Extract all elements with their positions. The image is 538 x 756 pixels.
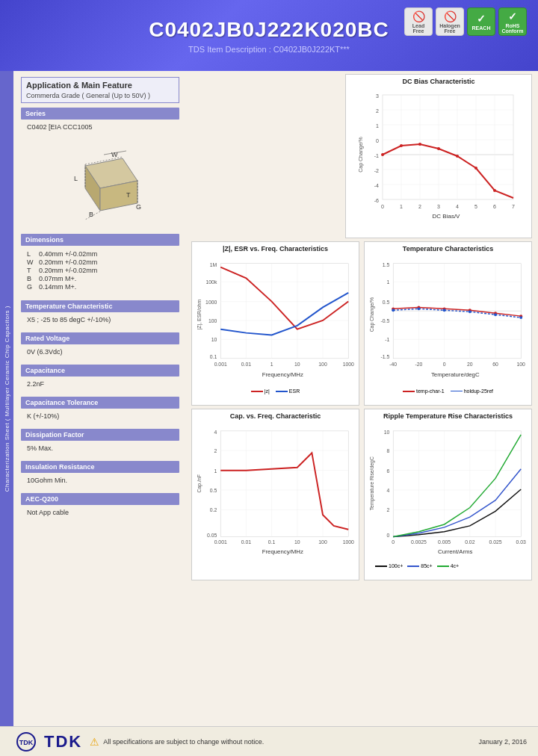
svg-text:2: 2 — [418, 204, 421, 209]
dc-bias-chart: DC Bias Characteristic — [345, 74, 532, 238]
svg-text:Temperature Rise/degC: Temperature Rise/degC — [369, 456, 375, 510]
dim-value-L: 0.40mm +/-0.02mm — [39, 250, 97, 258]
svg-text:1: 1 — [270, 362, 273, 367]
svg-text:-6: -6 — [374, 198, 379, 203]
svg-text:Frequency/MHz: Frequency/MHz — [262, 548, 303, 555]
svg-text:|Z|, ESR/ohm: |Z|, ESR/ohm — [197, 299, 202, 329]
reach-label: REACH — [472, 25, 491, 31]
svg-point-93 — [469, 310, 471, 313]
svg-text:0.001: 0.001 — [214, 362, 227, 367]
page-header: C0402JB0J222K020BC TDS Item Description … — [0, 0, 538, 71]
app-main-desc: Commerda Grade ( General (Up to 50V) ) — [26, 92, 174, 99]
dimensions-section: Dimensions L 0.40mm +/-0.02mm W 0.20mm +… — [21, 234, 179, 296]
svg-text:0.5: 0.5 — [210, 488, 217, 493]
legend-z-line — [251, 391, 263, 392]
page-footer: TDK TDK ⚠ All specifications are subject… — [0, 726, 538, 756]
svg-text:5: 5 — [474, 204, 477, 209]
dim-row-B: B 0.07mm M+. — [27, 275, 176, 282]
svg-text:0.001: 0.001 — [214, 539, 227, 545]
product-title: C0402JB0J222K020BC — [149, 18, 389, 42]
aec-section: AEC-Q200 Not App cable — [21, 493, 179, 521]
svg-text:0.01: 0.01 — [241, 539, 251, 545]
dim-value-B: 0.07mm M+. — [39, 275, 76, 282]
rohs-label: RoHSConform — [501, 23, 523, 34]
dimensions-content: L 0.40mm +/-0.02mm W 0.20mm +/-0.02mm T … — [21, 248, 179, 296]
svg-text:0.5: 0.5 — [383, 300, 390, 305]
svg-text:-20: -20 — [415, 362, 422, 367]
svg-text:-4: -4 — [374, 183, 379, 188]
tdk-logo-area: TDK TDK — [11, 731, 82, 753]
svg-text:1: 1 — [400, 204, 403, 209]
lead-free-label: LeadFree — [412, 23, 424, 34]
legend-temp2-label: holdup-25ref — [464, 388, 493, 394]
cap-freq-title: Cap. vs. Freq. Characteristic — [195, 412, 356, 420]
svg-text:4: 4 — [214, 430, 217, 435]
capacitance-header: Capacitance — [21, 365, 179, 377]
legend-esr: ESR — [276, 388, 300, 394]
svg-text:10: 10 — [294, 362, 300, 367]
svg-text:8: 8 — [387, 448, 390, 453]
legend-temp1: temp-char-1 — [403, 388, 445, 394]
halogen-free-label: HalogenFree — [439, 23, 460, 34]
svg-text:1000: 1000 — [205, 300, 217, 305]
svg-text:Cap./nF: Cap./nF — [197, 474, 202, 492]
legend-esr-line — [276, 391, 288, 392]
svg-text:100: 100 — [318, 539, 327, 545]
svg-text:100: 100 — [208, 318, 217, 323]
product-image-area: W L T B G — [21, 140, 179, 229]
svg-text:0.005: 0.005 — [438, 539, 451, 545]
svg-text:4: 4 — [456, 204, 459, 209]
svg-text:0: 0 — [392, 539, 395, 545]
svg-text:10: 10 — [294, 539, 300, 545]
legend-temp2-line — [451, 391, 463, 391]
header-center: C0402JB0J222K020BC TDS Item Description … — [149, 18, 389, 54]
svg-text:60: 60 — [492, 362, 498, 367]
svg-text:3: 3 — [376, 93, 379, 99]
svg-rect-13 — [383, 95, 513, 199]
svg-point-92 — [443, 309, 446, 312]
ripple-temp-title: Ripple Temperature Rise Characteristics — [368, 412, 528, 420]
legend-temp1-label: temp-char-1 — [416, 388, 445, 394]
svg-text:1: 1 — [214, 468, 217, 474]
svg-text:3: 3 — [437, 204, 440, 209]
insulation-value: 10Gohm Min. — [21, 475, 179, 489]
left-panel: Application & Main Feature Commerda Grad… — [13, 71, 185, 726]
insulation-header: Insulation Resistance — [21, 461, 179, 473]
svg-text:1M: 1M — [210, 262, 217, 267]
svg-text:Temperature/degC: Temperature/degC — [431, 371, 480, 378]
cap-tolerance-section: Capacitance Tolerance K (+/-10%) — [21, 397, 179, 424]
product-subtitle: TDS Item Description : C0402JB0J222KT*** — [149, 45, 389, 54]
svg-point-30 — [456, 155, 459, 158]
dc-bias-title: DC Bias Characteristic — [349, 78, 528, 85]
dim-row-L: L 0.40mm +/-0.02mm — [27, 250, 176, 258]
svg-text:1000: 1000 — [343, 539, 354, 545]
svg-text:0.2: 0.2 — [210, 507, 217, 512]
rated-voltage-section: Rated Voltage 0V (6.3Vdc) — [21, 332, 179, 360]
rated-voltage-value: 0V (6.3Vdc) — [21, 347, 179, 360]
svg-text:0.0025: 0.0025 — [411, 539, 427, 545]
svg-point-31 — [474, 167, 477, 170]
tdk-brand-label: TDK — [44, 732, 82, 752]
capacitance-value: 2.2nF — [21, 379, 179, 392]
svg-text:2: 2 — [214, 448, 217, 453]
svg-text:4: 4 — [387, 488, 390, 493]
dissipation-section: Dissipation Factor 5% Max. — [21, 429, 179, 456]
svg-text:L: L — [74, 175, 78, 182]
svg-text:0.1: 0.1 — [210, 354, 217, 359]
temperature-title: Temperature Characteristics — [368, 245, 528, 252]
temp-char-header: Temperature Characteristic — [21, 300, 179, 312]
svg-text:TDK: TDK — [19, 739, 34, 746]
svg-text:T: T — [126, 191, 131, 199]
series-header: Series — [21, 108, 179, 120]
dim-row-T: T 0.20mm +/-0.02mm — [27, 267, 176, 274]
cap-tolerance-value: K (+/-10%) — [21, 411, 179, 424]
reach-icon: ✓ — [477, 13, 486, 25]
legend-85c: 85c+ — [407, 563, 432, 568]
svg-text:1: 1 — [387, 279, 390, 285]
top-product-space — [191, 74, 341, 238]
rohs-badge: ✓ RoHSConform — [498, 7, 527, 36]
svg-rect-133 — [393, 431, 521, 537]
svg-text:2: 2 — [387, 507, 390, 512]
svg-text:10: 10 — [211, 337, 217, 342]
ripple-temp-legend: 100c+ 85c+ 4c+ — [368, 563, 528, 568]
